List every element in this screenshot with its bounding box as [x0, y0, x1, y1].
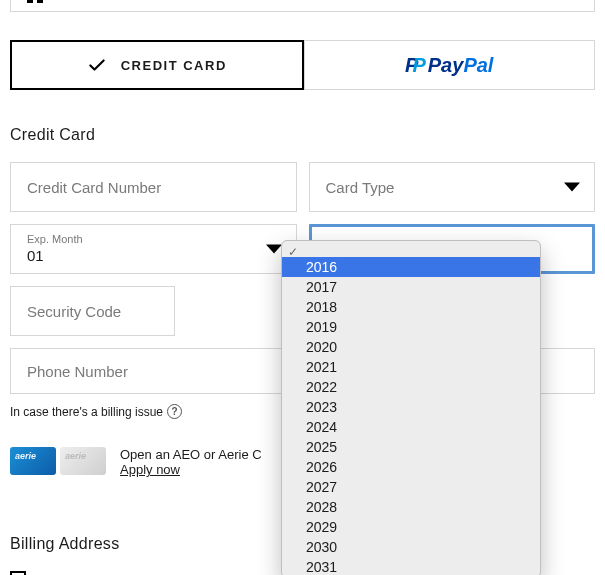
- paypal-icon: PP: [405, 54, 420, 77]
- exp-month-select[interactable]: Exp. Month 01: [10, 224, 297, 274]
- checkbox[interactable]: [10, 571, 26, 575]
- card-images: aerie aerie: [10, 447, 106, 475]
- year-option[interactable]: 2018: [282, 297, 540, 317]
- payment-method-tabs: CREDIT CARD PP PayPal: [10, 40, 595, 90]
- year-option[interactable]: 2028: [282, 497, 540, 517]
- credit-card-title: Credit Card: [10, 126, 595, 144]
- tab-credit-card-label: CREDIT CARD: [121, 58, 227, 73]
- year-option[interactable]: 2019: [282, 317, 540, 337]
- phone-placeholder: Phone Number: [27, 363, 128, 380]
- year-option[interactable]: 2017: [282, 277, 540, 297]
- offer-text: Open an AEO or Aerie C: [120, 447, 262, 462]
- security-code-field[interactable]: Security Code: [10, 286, 175, 336]
- year-option[interactable]: 2023: [282, 397, 540, 417]
- year-option[interactable]: 2029: [282, 517, 540, 537]
- year-option[interactable]: 2022: [282, 377, 540, 397]
- tab-paypal[interactable]: PP PayPal: [304, 40, 596, 90]
- apply-now-link[interactable]: Apply now: [120, 462, 262, 477]
- gift-card-section[interactable]: HAVE A GIFT CARD?: [10, 0, 595, 12]
- chevron-down-icon: [266, 245, 282, 254]
- year-option[interactable]: 2025: [282, 437, 540, 457]
- year-option[interactable]: 2031: [282, 557, 540, 575]
- chevron-down-icon: [564, 183, 580, 192]
- exp-month-value: 01: [27, 247, 44, 264]
- help-icon[interactable]: ?: [167, 404, 182, 419]
- cc-number-field[interactable]: Credit Card Number: [10, 162, 297, 212]
- cc-number-placeholder: Credit Card Number: [27, 179, 161, 196]
- paypal-logo: PP PayPal: [405, 54, 493, 77]
- exp-year-dropdown[interactable]: ✓ 2016 2017 2018 2019 2020 2021 2022 202…: [281, 240, 541, 575]
- card-type-select[interactable]: Card Type: [309, 162, 596, 212]
- gift-card-label: HAVE A GIFT CARD?: [57, 0, 194, 2]
- aerie-card-image: aerie: [60, 447, 106, 475]
- tab-credit-card[interactable]: CREDIT CARD: [10, 40, 304, 90]
- card-type-placeholder: Card Type: [326, 179, 395, 196]
- year-option[interactable]: 2026: [282, 457, 540, 477]
- year-option-blank[interactable]: ✓: [282, 241, 540, 257]
- year-option[interactable]: 2020: [282, 337, 540, 357]
- security-code-placeholder: Security Code: [27, 303, 121, 320]
- year-option[interactable]: 2016: [282, 257, 540, 277]
- aeo-card-image: aerie: [10, 447, 56, 475]
- year-option[interactable]: 2024: [282, 417, 540, 437]
- year-option[interactable]: 2021: [282, 357, 540, 377]
- gift-icon: [27, 0, 43, 3]
- exp-month-label: Exp. Month: [27, 233, 83, 245]
- year-option[interactable]: 2027: [282, 477, 540, 497]
- year-option[interactable]: 2030: [282, 537, 540, 557]
- check-icon: [87, 55, 107, 75]
